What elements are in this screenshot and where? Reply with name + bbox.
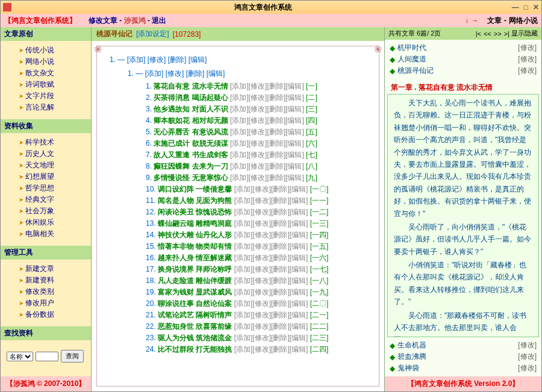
sidebar-item[interactable]: 天文地理: [19, 160, 89, 171]
author-link[interactable]: 涉孤鸿: [124, 16, 146, 25]
del-link[interactable]: [删除]: [271, 242, 290, 250]
sidebar-item[interactable]: 电脑相关: [19, 228, 89, 240]
article-link[interactable]: 机甲时代: [397, 43, 426, 53]
edit-link[interactable]: [编辑]: [290, 265, 308, 273]
chapter-title[interactable]: 越来扑人身 情至解迷藏: [158, 254, 232, 262]
mod-link[interactable]: [修改]: [518, 352, 537, 362]
del-link[interactable]: [删除]: [271, 322, 290, 331]
mod-link[interactable]: [修改]: [249, 82, 267, 90]
chapter-title[interactable]: 调口设幻阵 一缕借意馨: [158, 185, 232, 193]
add-link[interactable]: [添加]: [234, 254, 253, 262]
sidebar-item[interactable]: 修改类别: [19, 286, 89, 297]
chapter-title[interactable]: 聊涂说往事 自然论仙案: [158, 299, 232, 308]
chapter-title[interactable]: 凡人走险道 雕仙伴缓踱: [158, 276, 232, 285]
edit-link[interactable]: [编辑]: [285, 162, 304, 170]
add-link[interactable]: [添加]: [234, 345, 253, 353]
sidebar-item[interactable]: 新建资料: [19, 275, 89, 286]
edit-link[interactable]: [编辑]: [290, 322, 308, 331]
chapter-title[interactable]: 闻名是人物 见面为狗熊: [158, 196, 232, 205]
mod-link[interactable]: [修改]: [249, 128, 267, 136]
prev-arrow-icon[interactable]: ↓: [465, 16, 469, 25]
del-link[interactable]: [删除]: [271, 276, 290, 285]
add-link[interactable]: [添加]: [234, 242, 253, 250]
chapter-title[interactable]: 未施已成计 欲脱无须谋: [154, 139, 228, 148]
edit-link[interactable]: [编辑]: [285, 82, 304, 90]
edit-link[interactable]: [编辑]: [285, 151, 304, 159]
edit-link[interactable]: [编辑]: [290, 299, 308, 308]
edit-link[interactable]: [编辑]: [290, 219, 308, 228]
sidebar-item[interactable]: 幻想展望: [19, 171, 89, 182]
mod-link[interactable]: [修改]: [148, 55, 166, 64]
del-link[interactable]: [删除]: [271, 345, 290, 353]
sidebar-item[interactable]: 备份数据: [19, 309, 89, 320]
chapter-title[interactable]: 换身说境界 拜师论称呼: [158, 265, 232, 273]
del-link[interactable]: [删除]: [267, 82, 285, 90]
del-link[interactable]: [删除]: [271, 185, 290, 193]
del-link[interactable]: [删除]: [271, 311, 290, 319]
article-link[interactable]: 碧血沸腾: [397, 352, 426, 362]
search-input[interactable]: [36, 352, 58, 361]
mod-link[interactable]: [修改]: [252, 265, 271, 273]
sidebar-item[interactable]: 经典文字: [19, 194, 89, 205]
add-link[interactable]: [添加]: [234, 276, 253, 285]
del-link[interactable]: [删除]: [267, 139, 285, 148]
sidebar-item[interactable]: 科学技术: [19, 137, 89, 148]
add-link[interactable]: [添加]: [234, 322, 253, 331]
del-link[interactable]: [删除]: [271, 288, 290, 296]
mod-link[interactable]: [修改]: [249, 105, 267, 113]
sidebar-item[interactable]: 言论见解: [19, 102, 89, 113]
add-link[interactable]: [添加]: [234, 219, 253, 228]
mod-link[interactable]: [修改]: [252, 242, 271, 250]
add-link[interactable]: [添加]: [234, 185, 253, 193]
chapter-title[interactable]: 癫狂因蝶舞 去来为一刀: [154, 162, 228, 170]
pager-button[interactable]: |<: [476, 30, 481, 37]
sidebar-item[interactable]: 社会万象: [19, 205, 89, 217]
mod-link[interactable]: [修改]: [518, 340, 537, 350]
mod-link[interactable]: [修改]: [518, 43, 537, 53]
next-arrow-icon[interactable]: →: [471, 16, 478, 25]
minimize-button[interactable]: —: [512, 3, 519, 11]
mod-link[interactable]: [修改]: [249, 116, 267, 125]
mod-link[interactable]: [修改]: [252, 208, 271, 216]
add-link[interactable]: [添加]: [145, 69, 164, 78]
mod-link[interactable]: [修改]: [252, 196, 271, 205]
edit-link[interactable]: [编辑]: [290, 311, 308, 319]
chapter-title[interactable]: 落花自有意 流水非无情: [154, 82, 228, 90]
mod-link[interactable]: [修改]: [518, 363, 537, 373]
del-link[interactable]: [删除]: [267, 151, 285, 159]
del-link[interactable]: [删除]: [267, 105, 285, 113]
sidebar-item[interactable]: 文字片段: [19, 90, 89, 102]
del-link[interactable]: [删除]: [271, 208, 290, 216]
edit-link[interactable]: [编辑]: [285, 139, 304, 148]
exit-link[interactable]: 退出: [152, 16, 166, 25]
chapter-title[interactable]: 惜著本非物 物类却有情: [158, 242, 232, 250]
chapter-title[interactable]: 故人又重逢 书生成剑客: [154, 151, 228, 159]
del-link[interactable]: [删除]: [271, 196, 290, 205]
mod-link[interactable]: [修改]: [252, 345, 271, 353]
edit-link[interactable]: [编辑]: [285, 128, 304, 136]
mod-link[interactable]: [修改]: [252, 322, 271, 331]
add-link[interactable]: [添加]: [230, 116, 249, 125]
edit-link[interactable]: [编辑]: [285, 173, 304, 182]
chapter-title[interactable]: 卿本貌如花 相对却无颜: [154, 116, 228, 125]
add-link[interactable]: [添加]: [234, 288, 253, 296]
mod-link[interactable]: [修改]: [518, 54, 537, 64]
sidebar-item[interactable]: 休闲娱乐: [19, 217, 89, 228]
sidebar-item[interactable]: 新建文章: [19, 263, 89, 275]
add-link[interactable]: [添加]: [230, 82, 249, 90]
mod-link[interactable]: [修改]: [166, 69, 184, 78]
del-link[interactable]: [删除]: [267, 116, 285, 125]
mod-link[interactable]: [修改]: [252, 334, 271, 342]
add-link[interactable]: [添加]: [230, 139, 249, 148]
del-link[interactable]: [删除]: [271, 219, 290, 228]
article-link[interactable]: 生命机器: [397, 340, 426, 350]
add-link[interactable]: [添加]: [230, 173, 249, 182]
chapter-title[interactable]: 神技伏大雕 仙丹化人形: [158, 231, 232, 239]
edit-link[interactable]: [编辑]: [285, 105, 304, 113]
del-link[interactable]: [删除]: [168, 55, 187, 64]
add-link[interactable]: [添加]: [230, 105, 249, 113]
mod-link[interactable]: [修改]: [252, 276, 271, 285]
mod-link[interactable]: [修改]: [252, 299, 271, 308]
mod-link[interactable]: [修改]: [249, 173, 267, 182]
edit-link[interactable]: [编辑]: [285, 116, 304, 125]
